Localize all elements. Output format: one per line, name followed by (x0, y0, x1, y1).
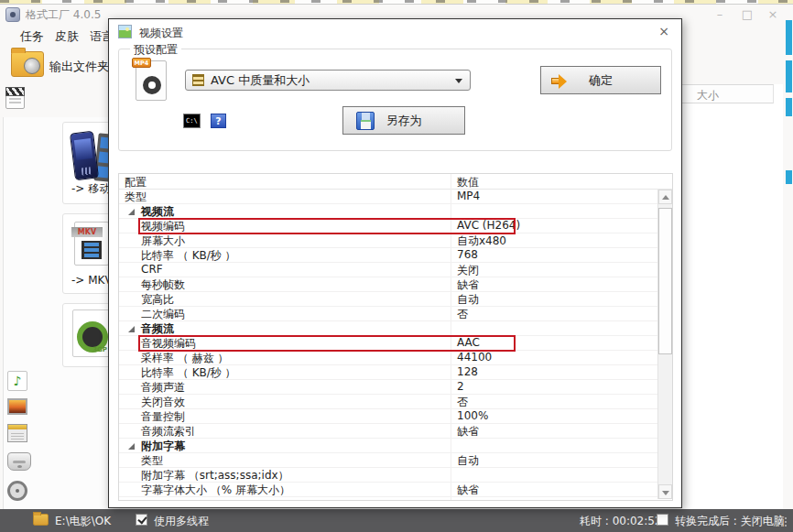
output-folder-button[interactable]: 输出文件夹 (9, 49, 112, 82)
table-row[interactable]: 采样率 （ 赫兹 ） 44100 (119, 351, 657, 365)
close-button[interactable]: × (764, 7, 782, 21)
setting-value: 44100 (457, 351, 492, 364)
setting-label: 类型 (141, 453, 163, 469)
cdrom-tab-icon[interactable] (7, 452, 31, 471)
scroll-up-icon[interactable] (658, 190, 672, 204)
setting-value: 缺省 (457, 483, 479, 498)
ok-arrow-icon (551, 74, 567, 88)
dialog-close-icon[interactable]: × (658, 24, 669, 38)
table-row[interactable]: 字幕字体大小 （% 屏幕大小） 缺省 (119, 483, 657, 497)
command-line-icon[interactable]: C:\ (183, 114, 201, 128)
menu-skin[interactable]: 皮肤 (55, 28, 79, 45)
dialog-picture-icon (118, 25, 132, 38)
setting-label: 宽高比 (141, 292, 174, 308)
collapse-triangle-icon[interactable] (128, 326, 135, 332)
setting-label: 类型 (125, 190, 147, 205)
table-row[interactable]: 音频流索引 缺省 (119, 424, 657, 439)
preset-select[interactable]: AVC 中质量和大小 (185, 70, 471, 91)
table-row[interactable]: 音视频编码 AAC (119, 336, 657, 351)
table-scrollbar[interactable] (657, 190, 672, 499)
resize-grip[interactable] (777, 517, 779, 519)
table-row[interactable]: 附加字幕 (119, 439, 657, 453)
setting-value: 2 (457, 380, 464, 393)
table-row[interactable]: 二次编码 否 (119, 307, 657, 321)
table-row[interactable]: 比特率 （ KB/秒 ） 768 (119, 248, 657, 263)
background-blue-edge (786, 170, 792, 184)
setting-value: 768 (457, 248, 478, 261)
folder-icon (11, 51, 44, 77)
maximize-button[interactable]: □ (738, 7, 756, 21)
background-app-strip (0, 0, 793, 5)
setting-label: 音频声道 (141, 380, 185, 396)
table-row[interactable]: 宽高比 自动 (119, 292, 657, 307)
help-icon[interactable]: ? (211, 114, 226, 128)
background-blue-edge (786, 98, 792, 116)
setting-value: 否 (457, 395, 468, 410)
table-row[interactable]: 音量控制 100% (119, 409, 657, 424)
statusbar: E:\电影\OK 使用多线程 耗时 : 00:02:52 转换完成后 : 关闭电… (0, 509, 793, 532)
floppy-disk-icon (356, 112, 375, 130)
table-row[interactable]: 附加字幕 （srt;ass;ssa;idx） (119, 468, 657, 483)
setting-value: 关闭 (457, 263, 479, 278)
menu-task[interactable]: 任务 (20, 28, 44, 45)
preset-groupbox: 预设配置 MP4 AVC 中质量和大小 确定 C:\ ? 另存为 (118, 49, 672, 151)
setting-label: 二次编码 (141, 307, 185, 322)
setting-label: 比特率 （ KB/秒 ） (141, 365, 236, 381)
setting-label: 音量控制 (141, 409, 185, 425)
table-header: 配置 数值 (119, 174, 672, 190)
document-tab-icon[interactable] (7, 424, 27, 442)
settings-table: 配置 数值 类型 MP4 视频流 视频编码 AVC (H264) 屏幕大小 自动… (118, 173, 673, 501)
table-row[interactable]: 类型 自动 (119, 453, 657, 468)
table-row[interactable]: 屏幕大小 自动x480 (119, 233, 657, 248)
setting-label: CRF (141, 263, 163, 276)
video-tab-icon[interactable] (5, 87, 25, 109)
multithread-checkbox[interactable] (136, 514, 147, 526)
elapsed-time: 耗时 : 00:02:52 (580, 514, 662, 529)
setting-label: 关闭音效 (141, 395, 185, 410)
table-row[interactable]: 视频编码 AVC (H264) (119, 219, 657, 233)
setting-value: 缺省 (457, 277, 479, 293)
setting-value: 缺省 (457, 424, 479, 440)
scroll-down-icon[interactable] (658, 484, 672, 499)
film-reel-tab-icon[interactable] (7, 481, 27, 501)
table-row[interactable]: 类型 MP4 (119, 190, 657, 204)
mobile-device-icon (71, 132, 113, 185)
multithread-label[interactable]: 使用多线程 (154, 514, 209, 529)
chevron-down-icon (455, 79, 462, 83)
video-settings-dialog: 视频设置 × 预设配置 MP4 AVC 中质量和大小 确定 C:\ ? 另存为 (108, 18, 682, 508)
shutdown-after-checkbox[interactable] (657, 514, 668, 526)
table-row[interactable]: 比特率 （ KB/秒 ） 128 (119, 365, 657, 380)
mkv-file-icon: MKV (74, 222, 109, 266)
scrollbar-thumb[interactable] (658, 208, 672, 354)
save-as-button[interactable]: 另存为 (342, 106, 465, 135)
preset-group-label: 预设配置 (130, 42, 181, 58)
screen: 格式工厂 4.0.5 – □ × 任务 皮肤 语言 输出文件夹 -> 移动设备 … (0, 0, 793, 532)
setting-label: 音频流索引 (141, 424, 196, 440)
ok-button[interactable]: 确定 (540, 66, 661, 94)
setting-value: 自动 (457, 292, 479, 308)
background-blue-edge (786, 20, 792, 55)
settings-table-body: 类型 MP4 视频流 视频编码 AVC (H264) 屏幕大小 自动x480 比… (119, 190, 657, 497)
table-row[interactable]: 音频声道 2 (119, 380, 657, 395)
setting-label: 附加字幕 (141, 439, 185, 454)
task-list-panel (682, 84, 783, 509)
output-path[interactable]: E:\电影\OK (55, 514, 111, 529)
config-column-header: 配置 (125, 175, 147, 190)
collapse-triangle-icon[interactable] (128, 443, 135, 450)
collapse-triangle-icon[interactable] (128, 209, 135, 215)
after-convert-label[interactable]: 转换完成后 : 关闭电脑 (675, 514, 785, 529)
table-row[interactable]: 音频流 (119, 321, 657, 336)
audio-tab-icon[interactable]: ♪ (7, 371, 27, 391)
table-row[interactable]: 关闭音效 否 (119, 395, 657, 409)
value-column-header: 数值 (457, 175, 479, 190)
table-row[interactable]: CRF 关闭 (119, 263, 657, 277)
table-row[interactable]: 每秒帧数 缺省 (119, 277, 657, 292)
output-path-folder-icon[interactable] (33, 514, 49, 526)
picture-tab-icon[interactable] (7, 398, 27, 415)
size-column-header[interactable]: 大小 (682, 84, 774, 103)
table-row[interactable]: 视频流 (119, 204, 657, 219)
minimize-button[interactable]: – (711, 7, 729, 21)
setting-label: 比特率 （ KB/秒 ） (141, 248, 236, 264)
setting-label: 附加字幕 （srt;ass;ssa;idx） (141, 468, 289, 483)
setting-value: 否 (457, 307, 468, 322)
